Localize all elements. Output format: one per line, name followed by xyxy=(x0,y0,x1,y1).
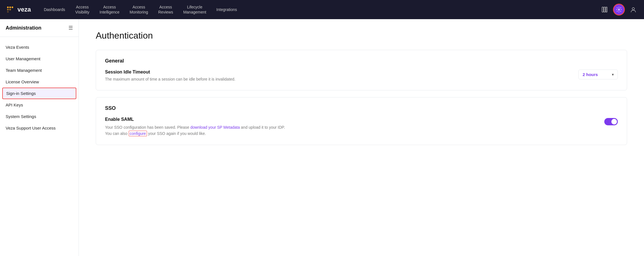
configure-link[interactable]: configure xyxy=(129,131,147,136)
session-timeout-dropdown[interactable]: 2 hours ▾ xyxy=(578,70,618,79)
sidebar-title: Administration xyxy=(6,25,41,31)
svg-point-3 xyxy=(7,9,9,10)
session-idle-control: 2 hours ▾ xyxy=(578,70,618,79)
dropdown-arrow-icon: ▾ xyxy=(612,73,614,77)
sidebar-item-user-management[interactable]: User Management xyxy=(0,53,79,64)
brand: veza xyxy=(6,5,31,15)
session-idle-info: Session Idle Timeout The maximum amount … xyxy=(105,70,567,82)
session-idle-desc: The maximum amount of time a session can… xyxy=(105,76,567,82)
enable-saml-row: Enable SAML Your SSO configuration has b… xyxy=(105,117,618,137)
sso-desc-part3: You can also xyxy=(105,131,129,136)
general-section-title: General xyxy=(105,58,618,64)
sidebar-item-api-keys[interactable]: API Keys xyxy=(0,99,79,111)
svg-point-1 xyxy=(9,6,11,8)
download-sp-metadata-link[interactable]: download your SP Metadata xyxy=(190,125,240,130)
session-idle-label: Session Idle Timeout xyxy=(105,70,567,75)
sidebar-item-system-settings[interactable]: System Settings xyxy=(0,111,79,122)
enable-saml-desc: Your SSO configuration has been saved. P… xyxy=(105,124,593,137)
nav-item-dashboards[interactable]: Dashboards xyxy=(39,5,70,14)
enable-saml-toggle[interactable] xyxy=(604,118,618,125)
library-button[interactable] xyxy=(600,5,610,15)
svg-point-5 xyxy=(7,11,9,13)
sidebar-item-veza-support-user-access[interactable]: Veza Support User Access xyxy=(0,122,79,134)
general-card: General Session Idle Timeout The maximum… xyxy=(96,50,627,90)
sidebar-nav: Veza Events User Management Team Managem… xyxy=(0,37,79,138)
user-button[interactable] xyxy=(628,5,638,15)
svg-rect-6 xyxy=(602,7,603,12)
sidebar-item-license-overview[interactable]: License Overview xyxy=(0,76,79,88)
sso-desc-part2: and upload it to your IDP. xyxy=(240,125,285,130)
settings-button[interactable] xyxy=(613,4,625,15)
nav-item-access-intelligence[interactable]: Access Intelligence xyxy=(95,2,124,17)
sidebar: Administration ☰ Veza Events User Manage… xyxy=(0,19,79,256)
brand-icon xyxy=(6,5,15,15)
navbar-nav: Dashboards Access Visibility Access Inte… xyxy=(39,2,597,17)
brand-name: veza xyxy=(17,6,31,13)
enable-saml-info: Enable SAML Your SSO configuration has b… xyxy=(105,117,593,137)
sso-desc-part1: Your SSO configuration has been saved. P… xyxy=(105,125,190,130)
nav-item-access-visibility[interactable]: Access Visibility xyxy=(71,2,94,17)
sso-desc-part4: your SSO again if you would like. xyxy=(147,131,206,136)
svg-rect-8 xyxy=(606,7,607,12)
enable-saml-toggle-wrapper xyxy=(604,117,618,125)
nav-item-integrations[interactable]: Integrations xyxy=(212,5,241,14)
sidebar-header: Administration ☰ xyxy=(0,25,79,37)
app-layout: Administration ☰ Veza Events User Manage… xyxy=(0,19,644,256)
sso-card: SSO Enable SAML Your SSO configuration h… xyxy=(96,97,627,145)
enable-saml-label: Enable SAML xyxy=(105,117,593,122)
sidebar-item-team-management[interactable]: Team Management xyxy=(0,64,79,76)
svg-point-0 xyxy=(7,6,9,8)
svg-rect-7 xyxy=(604,7,605,12)
nav-item-access-monitoring[interactable]: Access Monitoring xyxy=(125,2,152,17)
sidebar-item-veza-events[interactable]: Veza Events xyxy=(0,41,79,53)
nav-item-lifecycle-management[interactable]: Lifecycle Management xyxy=(179,2,211,17)
toggle-thumb xyxy=(611,119,617,124)
sidebar-item-sign-in-settings[interactable]: Sign-in Settings xyxy=(2,88,76,99)
session-timeout-value: 2 hours xyxy=(583,72,598,77)
page-title: Authentication xyxy=(96,30,627,41)
svg-point-10 xyxy=(632,8,634,10)
navbar-actions xyxy=(600,4,638,15)
main-content: Authentication General Session Idle Time… xyxy=(79,19,644,256)
svg-point-4 xyxy=(9,9,11,10)
toggle-track xyxy=(604,118,618,125)
svg-point-2 xyxy=(12,6,13,8)
session-idle-setting-row: Session Idle Timeout The maximum amount … xyxy=(105,70,618,82)
svg-point-9 xyxy=(618,9,620,10)
nav-item-access-reviews[interactable]: Access Reviews xyxy=(154,2,178,17)
navbar: veza Dashboards Access Visibility Access… xyxy=(0,0,644,19)
hamburger-button[interactable]: ☰ xyxy=(68,25,73,31)
sso-section-title: SSO xyxy=(105,105,618,111)
